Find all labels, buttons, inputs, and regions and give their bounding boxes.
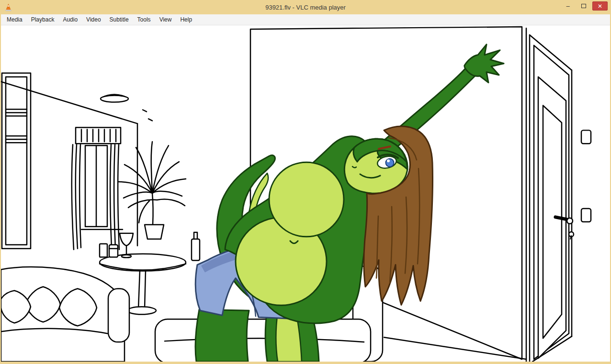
close-button[interactable]: ✕ bbox=[592, 1, 608, 11]
ceiling-lamp bbox=[101, 95, 152, 121]
sofa-left bbox=[1, 267, 129, 362]
menu-item-audio[interactable]: Audio bbox=[58, 15, 82, 24]
menu-item-tools[interactable]: Tools bbox=[133, 15, 155, 24]
menu-item-help[interactable]: Help bbox=[176, 15, 196, 24]
vlc-cone-icon[interactable] bbox=[4, 3, 12, 11]
light-switches bbox=[581, 130, 591, 221]
maximize-button[interactable] bbox=[577, 1, 591, 11]
minimize-button[interactable]: – bbox=[561, 1, 575, 11]
menu-item-playback[interactable]: Playback bbox=[27, 15, 59, 24]
maximize-icon bbox=[581, 4, 586, 8]
menu-item-subtitle[interactable]: Subtitle bbox=[105, 15, 133, 24]
titlebar[interactable]: 93921.flv - VLC media player – ✕ bbox=[0, 0, 611, 14]
window-title: 93921.flv - VLC media player bbox=[265, 4, 346, 11]
plant bbox=[119, 142, 186, 239]
curtain-window bbox=[72, 127, 123, 249]
minimize-icon: – bbox=[566, 2, 569, 10]
window-controls: – ✕ bbox=[561, 1, 608, 11]
menubar: Media Playback Audio Video Subtitle Tool… bbox=[1, 14, 610, 25]
left-window bbox=[2, 73, 31, 249]
video-display[interactable] bbox=[1, 25, 610, 362]
menu-item-view[interactable]: View bbox=[155, 15, 176, 24]
character-chest bbox=[269, 162, 344, 237]
vlc-window: 93921.flv - VLC media player – ✕ Media P… bbox=[0, 0, 611, 364]
close-icon: ✕ bbox=[598, 3, 602, 10]
bottle bbox=[192, 232, 200, 261]
menu-item-media[interactable]: Media bbox=[2, 15, 27, 24]
menu-item-video[interactable]: Video bbox=[82, 15, 105, 24]
door bbox=[530, 35, 591, 362]
